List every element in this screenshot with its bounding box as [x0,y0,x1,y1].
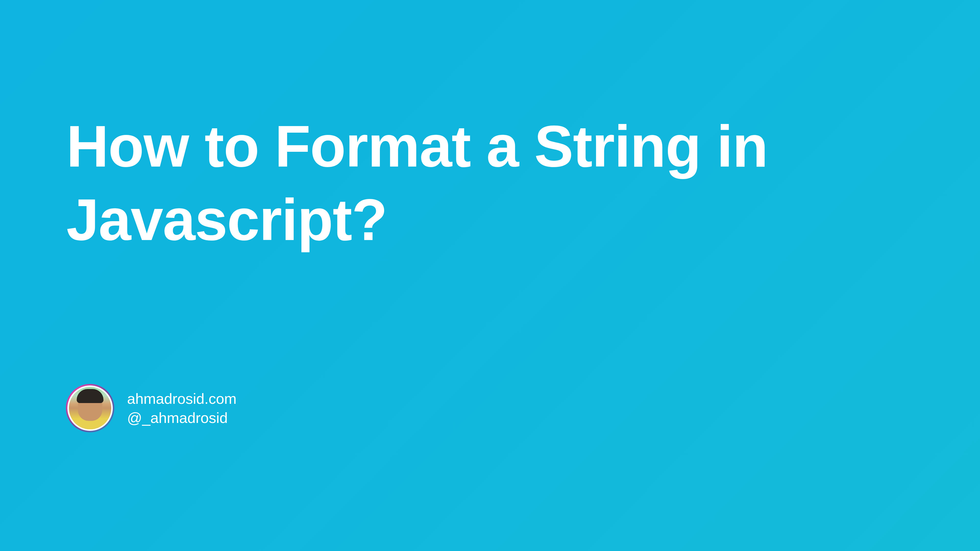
author-handle: @_ahmadrosid [127,409,237,426]
author-section: ahmadrosid.com @_ahmadrosid [66,384,237,432]
avatar [66,384,115,432]
author-info: ahmadrosid.com @_ahmadrosid [127,390,237,426]
author-website: ahmadrosid.com [127,390,237,407]
slide-title: How to Format a String in Javascript? [66,110,929,256]
